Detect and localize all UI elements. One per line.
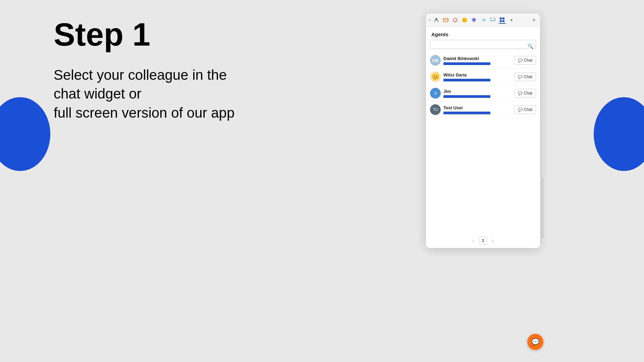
agent-info: Test User	[443, 105, 512, 114]
agent-item: 😊 Wilsz Daria 💬 Chat	[430, 69, 536, 85]
svg-rect-5	[502, 17, 504, 19]
side-scrollbar	[541, 178, 543, 238]
content-area: Step 1 Select your colleague in the chat…	[54, 17, 288, 123]
toolbar-grid-icon[interactable]	[498, 16, 506, 24]
svg-marker-3	[472, 18, 476, 22]
agents-header: Agents	[426, 27, 540, 40]
chat-icon: 💬	[518, 91, 523, 96]
toolbar-mail-icon[interactable]	[442, 16, 449, 24]
toolbar-diamond-icon[interactable]	[470, 16, 478, 24]
svg-rect-1	[443, 18, 448, 22]
toolbar-bell-icon[interactable]	[451, 16, 459, 24]
svg-point-0	[435, 18, 437, 20]
agent-list: DB Dawid Binkowski 💬 Chat 😊 Wilsz Daria	[426, 52, 540, 233]
close-button[interactable]: ×	[531, 17, 537, 23]
agent-status-bar	[443, 112, 490, 114]
svg-rect-7	[502, 20, 504, 22]
chat-button-dawid[interactable]: 💬 Chat	[514, 56, 536, 65]
agent-info: Wilsz Daria	[443, 72, 512, 81]
agents-panel: Agents 🔍 DB Dawid Binkowski 💬 Chat 😊	[426, 27, 540, 248]
avatar: 😊	[430, 71, 441, 82]
chat-icon: 💬	[518, 75, 523, 79]
agent-item: DB Dawid Binkowski 💬 Chat	[430, 52, 536, 69]
search-icon: 🔍	[528, 44, 533, 49]
prev-page-button[interactable]: ‹	[470, 237, 477, 244]
chat-button-jim[interactable]: 💬 Chat	[514, 89, 536, 98]
chat-icon: 💬	[518, 108, 523, 112]
toolbar-box-icon[interactable]	[461, 16, 468, 24]
chat-icon: 💬	[518, 58, 523, 63]
agent-status-bar	[443, 62, 490, 65]
agent-item: J Jim 💬 Chat	[430, 85, 536, 102]
agent-name: Dawid Binkowski	[443, 56, 512, 61]
svg-rect-6	[500, 20, 502, 22]
svg-rect-4	[500, 17, 502, 19]
svg-rect-2	[463, 19, 467, 22]
toolbar-person-icon[interactable]	[433, 16, 440, 24]
chat-bubble-button[interactable]: 💬	[527, 334, 543, 350]
agent-status-bar	[443, 79, 490, 81]
widget-toolbar: ▾ ×	[426, 13, 540, 27]
step-title: Step 1	[54, 17, 288, 52]
search-input[interactable]	[430, 40, 536, 49]
agent-name: Test User	[443, 105, 512, 110]
pagination: ‹ 1 ›	[426, 233, 540, 248]
agent-status-bar	[443, 95, 490, 98]
bg-circle-right	[594, 97, 644, 171]
widget-panel: ▾ × Agents 🔍 DB Dawid Binkowski 💬 Chat	[426, 13, 540, 248]
current-page[interactable]: 1	[479, 237, 487, 245]
avatar: J	[430, 88, 441, 99]
toolbar-chevron-icon[interactable]: ▾	[508, 16, 515, 24]
chat-button-testuser[interactable]: 💬 Chat	[514, 105, 536, 114]
agent-name: Wilsz Daria	[443, 72, 512, 77]
toolbar-cloud-icon[interactable]	[489, 16, 496, 24]
agent-name: Jim	[443, 89, 512, 94]
agent-item: TU Test User 💬 Chat	[430, 102, 536, 118]
step-description: Select your colleague in the chat widget…	[54, 66, 288, 123]
bg-circle-left	[0, 97, 50, 171]
agent-info: Dawid Binkowski	[443, 56, 512, 65]
chat-bubble-icon: 💬	[531, 338, 540, 346]
search-container: 🔍	[426, 40, 540, 52]
agent-info: Jim	[443, 89, 512, 98]
avatar: DB	[430, 55, 441, 66]
chat-button-wilsz[interactable]: 💬 Chat	[514, 72, 536, 81]
toolbar-arrow-icon[interactable]	[480, 16, 487, 24]
avatar: TU	[430, 104, 441, 115]
toolbar-dot	[429, 19, 431, 21]
next-page-button[interactable]: ›	[489, 237, 496, 244]
